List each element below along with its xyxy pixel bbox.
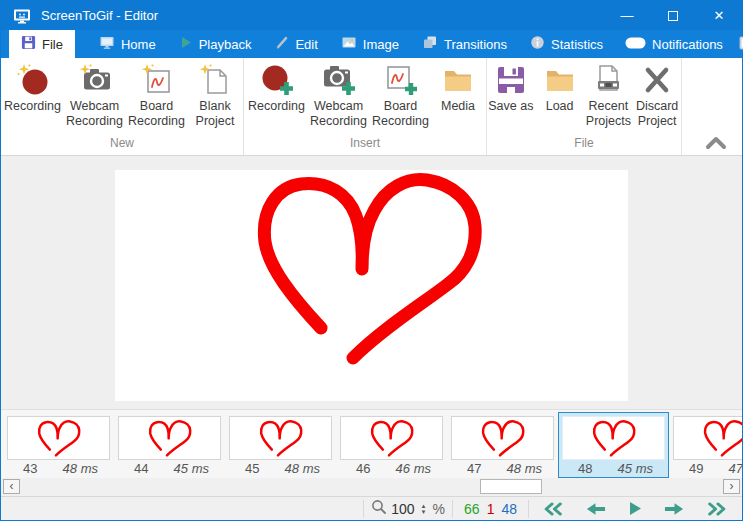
first-frame-button[interactable]: [542, 501, 564, 517]
folder-icon: [441, 63, 475, 97]
tab-transitions[interactable]: Transitions: [413, 30, 516, 58]
load-button[interactable]: Load: [536, 63, 584, 114]
ribbon-button-label: Webcam Recording: [308, 99, 369, 129]
heart-drawing: [115, 170, 628, 401]
insert-webcam-recording-button[interactable]: Webcam Recording: [308, 63, 369, 129]
selected-frame-count: 1: [487, 501, 495, 517]
frame-number: 48: [578, 461, 592, 476]
frame-thumbnail: [673, 416, 742, 460]
insert-board-recording-button[interactable]: Board Recording: [370, 63, 431, 129]
webcam-plus-icon: [322, 63, 356, 97]
tab-edit[interactable]: Edit: [265, 30, 326, 58]
ribbon-button-label: Recent Projects: [585, 99, 633, 129]
extras-button[interactable]: Extras: [731, 36, 743, 53]
double-left-arrow-icon: [542, 501, 564, 517]
webcam-sparkle-icon: [78, 63, 112, 97]
filmstrip-scrollbar[interactable]: ‹ ›: [1, 478, 742, 496]
board-sparkle-icon: [140, 63, 174, 97]
folder-icon: [543, 63, 577, 97]
frame-item-43[interactable]: 43 48 ms: [3, 412, 114, 478]
tab-playback-label: Playback: [199, 37, 252, 52]
tab-edit-label: Edit: [295, 37, 317, 52]
new-webcam-recording-button[interactable]: Webcam Recording: [64, 63, 125, 129]
frame-thumbnail: [562, 416, 665, 460]
tab-playback[interactable]: Playback: [170, 30, 261, 58]
play-button[interactable]: [627, 500, 643, 517]
scroll-left-button[interactable]: ‹: [3, 479, 20, 494]
ribbon-button-label: Save as: [488, 99, 533, 114]
frame-number: 45: [245, 461, 259, 476]
insert-recording-button[interactable]: Recording: [246, 63, 307, 114]
frame-delay: 47 ms: [729, 461, 742, 476]
frame-item-49[interactable]: 49 47 ms: [669, 412, 742, 478]
tab-bar: File Home Playback: [1, 30, 742, 58]
collapse-ribbon-button[interactable]: [682, 58, 742, 155]
zoom-value[interactable]: 100: [391, 501, 414, 517]
scrollbar-thumb[interactable]: [480, 479, 542, 494]
minimize-button[interactable]: —: [604, 1, 650, 30]
next-frame-button[interactable]: [664, 501, 685, 517]
previous-frame-button[interactable]: [585, 501, 606, 517]
frame-number: 43: [23, 461, 37, 476]
notifications-button[interactable]: Notifications: [617, 37, 731, 52]
frame-number: 44: [134, 461, 148, 476]
editor-viewport: [1, 156, 742, 409]
titlebar: ScreenToGif - Editor — ✕: [1, 1, 742, 30]
zoom-decrease-button[interactable]: ▼: [419, 509, 429, 515]
frame-item-48-selected[interactable]: 48 45 ms: [558, 412, 669, 478]
project-filmstrip-icon: [591, 63, 625, 97]
monitor-icon: [99, 35, 115, 53]
image-icon: [341, 35, 357, 53]
status-bar: 100 ▲ ▼ % 66 1 48: [1, 496, 742, 520]
tab-file[interactable]: File: [9, 30, 75, 58]
new-board-recording-button[interactable]: Board Recording: [126, 63, 187, 129]
frame-delay: 46 ms: [396, 461, 431, 476]
play-triangle-icon: [627, 500, 643, 517]
insert-media-button[interactable]: Media: [432, 63, 484, 114]
chevron-up-icon: [704, 135, 728, 150]
frame-number: 47: [467, 461, 481, 476]
double-right-arrow-icon: [706, 501, 728, 517]
extras-window-icon: [739, 36, 743, 53]
frame-item-44[interactable]: 44 45 ms: [114, 412, 225, 478]
frame-item-45[interactable]: 45 48 ms: [225, 412, 336, 478]
statusbar-separator: [528, 500, 529, 518]
maximize-icon: [668, 11, 678, 21]
board-plus-icon: [384, 63, 418, 97]
ribbon-group-label: New: [1, 136, 243, 155]
ribbon-group-label: Insert: [244, 136, 486, 155]
frame-thumbnail: [118, 416, 221, 460]
zoom-spinner: ▲ ▼: [419, 503, 429, 515]
zoom-control: 100 ▲ ▼ %: [371, 499, 445, 518]
current-frame-image: [115, 170, 628, 401]
tab-home-label: Home: [121, 37, 156, 52]
frame-thumbnail: [340, 416, 443, 460]
close-button[interactable]: ✕: [696, 1, 742, 30]
scroll-right-button[interactable]: ›: [723, 479, 740, 494]
frame-thumbnail: [7, 416, 110, 460]
total-frame-count: 66: [464, 501, 480, 517]
maximize-button[interactable]: [650, 1, 696, 30]
ribbon: Recording Webcam Recording: [1, 58, 742, 156]
ribbon-button-label: Recording: [248, 99, 305, 114]
ribbon-button-label: Discard Project: [633, 99, 681, 129]
ribbon-button-label: Media: [441, 99, 475, 114]
tab-image[interactable]: Image: [332, 30, 408, 58]
frame-item-46[interactable]: 46 46 ms: [336, 412, 447, 478]
tab-transitions-label: Transitions: [444, 37, 507, 52]
frame-item-47[interactable]: 47 48 ms: [447, 412, 558, 478]
last-frame-button[interactable]: [706, 501, 728, 517]
tab-statistics[interactable]: Statistics: [521, 30, 612, 58]
layers-icon: [422, 35, 438, 53]
discard-x-icon: [640, 63, 674, 97]
recent-projects-button[interactable]: Recent Projects: [585, 63, 633, 129]
save-as-button[interactable]: Save as: [487, 63, 535, 114]
ribbon-group-insert: Recording Webcam Recording: [244, 58, 487, 155]
discard-project-button[interactable]: Discard Project: [633, 63, 681, 129]
tab-home[interactable]: Home: [90, 30, 165, 58]
ribbon-group-new: Recording Webcam Recording: [1, 58, 244, 155]
frame-thumbnail: [229, 416, 332, 460]
blank-project-button[interactable]: Blank Project: [188, 63, 242, 129]
new-recording-button[interactable]: Recording: [2, 63, 63, 114]
current-frame-index: 48: [501, 501, 517, 517]
